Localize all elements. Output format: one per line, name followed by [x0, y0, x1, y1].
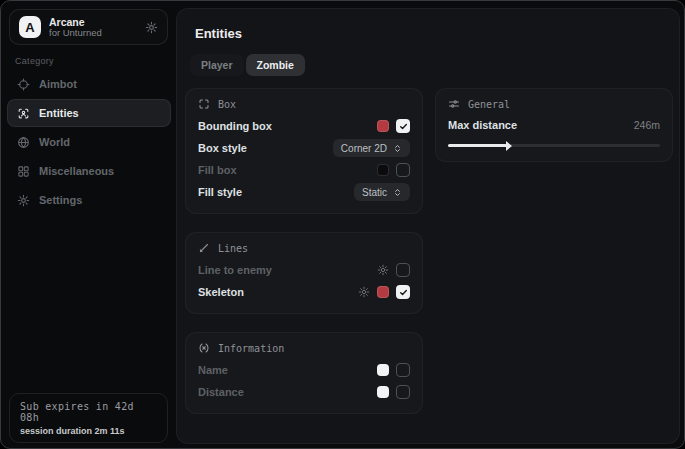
bounding-box-label: Bounding box [198, 120, 272, 132]
fill-style-select[interactable]: Static [354, 183, 410, 201]
right-column: General Max distance 246m [435, 88, 673, 180]
skeleton-label: Skeleton [198, 286, 244, 298]
sidebar-nav: Aimbot Entities World Miscellaneous [7, 70, 171, 215]
unfold-icon [393, 187, 402, 198]
bounding-box-color-swatch[interactable] [377, 120, 389, 132]
line-to-enemy-checkbox[interactable] [396, 263, 410, 277]
slider-handle[interactable] [506, 141, 512, 151]
line-to-enemy-label: Line to enemy [198, 264, 272, 276]
sidebar-item-label: Aimbot [39, 78, 77, 90]
distance-label: Distance [198, 386, 244, 398]
gear-icon [17, 194, 30, 207]
skeleton-color-swatch[interactable] [377, 286, 389, 298]
name-checkbox[interactable] [396, 363, 410, 377]
fill-box-label: Fill box [198, 164, 237, 176]
diagonal-line-icon [198, 242, 210, 254]
card-title: Lines [218, 243, 248, 254]
sidebar-item-settings[interactable]: Settings [7, 186, 171, 214]
sidebar-item-world[interactable]: World [7, 128, 171, 156]
category-section-label: Category [15, 56, 54, 66]
app-subtitle: for Unturned [49, 28, 102, 39]
bounding-box-row: Bounding box [198, 115, 410, 137]
sidebar: A Arcane for Unturned Category Aimbot [1, 1, 176, 448]
sub-expiry-text: Sub expires in 42d 08h [20, 401, 157, 423]
skeleton-gear-icon[interactable] [358, 286, 370, 298]
card-title: Box [218, 99, 236, 110]
fill-style-value: Static [362, 187, 387, 198]
fill-box-row: Fill box [198, 159, 410, 181]
app-meta: Arcane for Unturned [49, 16, 102, 39]
left-column: Box Bounding box Box style Cor [185, 88, 423, 432]
information-card-header: Information [198, 342, 410, 354]
sidebar-item-label: Settings [39, 194, 82, 206]
distance-color-swatch[interactable] [377, 386, 389, 398]
sidebar-item-label: World [39, 136, 70, 148]
line-to-enemy-gear-icon[interactable] [377, 264, 389, 276]
app-name: Arcane [49, 16, 102, 28]
bounding-box-checkbox[interactable] [396, 119, 410, 133]
grid-icon [17, 165, 30, 178]
entity-tabs: Player Zombie [190, 54, 305, 76]
general-card-header: General [448, 98, 660, 110]
box-card: Box Bounding box Box style Cor [185, 88, 423, 214]
box-style-label: Box style [198, 142, 247, 154]
tab-zombie[interactable]: Zombie [246, 54, 305, 76]
tab-player[interactable]: Player [190, 54, 244, 76]
box-style-row: Box style Corner 2D [198, 137, 410, 159]
app-header-card: A Arcane for Unturned [9, 9, 168, 45]
skeleton-row: Skeleton [198, 281, 410, 303]
card-title: General [468, 99, 510, 110]
line-to-enemy-row: Line to enemy [198, 259, 410, 281]
app-settings-gear-icon[interactable] [145, 21, 158, 34]
app-logo: A [19, 16, 41, 38]
distance-checkbox[interactable] [396, 385, 410, 399]
lines-card-header: Lines [198, 242, 410, 254]
app-window: A Arcane for Unturned Category Aimbot [0, 0, 685, 449]
general-card: General Max distance 246m [435, 88, 673, 162]
card-title: Information [218, 343, 284, 354]
slider-fill [448, 144, 507, 147]
information-card: Information Name Distance [185, 332, 423, 414]
sidebar-item-miscellaneous[interactable]: Miscellaneous [7, 157, 171, 185]
checkmark-icon [399, 288, 408, 297]
main-panel: Entities Player Zombie Box Bounding box [176, 8, 680, 444]
sidebar-item-label: Entities [39, 107, 79, 119]
box-style-value: Corner 2D [341, 143, 387, 154]
name-label: Name [198, 364, 228, 376]
max-distance-slider[interactable] [448, 144, 660, 147]
info-scan-icon [198, 342, 210, 354]
max-distance-label: Max distance [448, 119, 517, 131]
fill-style-label: Fill style [198, 186, 242, 198]
skeleton-checkbox[interactable] [396, 285, 410, 299]
session-duration-text: session duration 2m 11s [20, 426, 157, 436]
sliders-icon [448, 98, 460, 110]
globe-icon [17, 136, 30, 149]
max-distance-value: 246m [634, 119, 660, 131]
fill-style-row: Fill style Static [198, 181, 410, 203]
fill-box-checkbox[interactable] [396, 163, 410, 177]
unfold-icon [393, 143, 402, 154]
checkmark-icon [399, 122, 408, 131]
sidebar-item-entities[interactable]: Entities [7, 99, 171, 127]
max-distance-row: Max distance 246m [448, 115, 660, 135]
page-title: Entities [195, 26, 242, 41]
fill-box-color-swatch[interactable] [377, 164, 389, 176]
sidebar-item-label: Miscellaneous [39, 165, 114, 177]
sidebar-item-aimbot[interactable]: Aimbot [7, 70, 171, 98]
distance-row: Distance [198, 381, 410, 403]
box-style-select[interactable]: Corner 2D [333, 139, 410, 157]
entities-scan-icon [17, 107, 30, 120]
lines-card: Lines Line to enemy Skeleton [185, 232, 423, 314]
name-color-swatch[interactable] [377, 364, 389, 376]
name-row: Name [198, 359, 410, 381]
box-card-header: Box [198, 98, 410, 110]
scan-corners-icon [198, 98, 210, 110]
crosshair-icon [17, 78, 30, 91]
subscription-footer-card: Sub expires in 42d 08h session duration … [9, 393, 168, 443]
